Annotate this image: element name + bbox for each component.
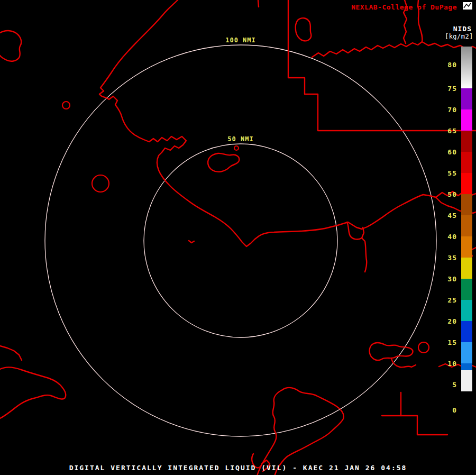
colorbar-value-label: 0: [452, 406, 457, 414]
range-ring-label: 100 NMI: [223, 36, 258, 44]
colorbar-value-label: 65: [447, 127, 457, 135]
map-boundary-outline: [0, 346, 22, 360]
colorbar-value-label: 5: [452, 381, 457, 389]
map-boundary-outline: [0, 367, 66, 418]
brand-title: NEXLAB-College of DuPage: [351, 3, 457, 11]
map-boundary-outline: [99, 0, 436, 246]
colorbar-value-label: 35: [447, 254, 457, 262]
colorbar-value-label: 75: [447, 85, 457, 93]
colorbar-value-label: 10: [447, 360, 457, 368]
cod-logo-icon: [462, 2, 473, 10]
map-boundary-circle: [418, 342, 429, 353]
colorbar-value-label: 30: [447, 275, 457, 283]
colorbar-segment: [461, 173, 472, 194]
colorbar-value-label: 25: [447, 296, 457, 304]
scale-units: [kg/m2]: [445, 33, 473, 40]
colorbar-segment: [461, 279, 472, 300]
map-boundary-outline: [312, 42, 422, 57]
colorbar-segment: [461, 88, 472, 109]
colorbar-value-label: 55: [447, 169, 457, 177]
colorbar-segment: [461, 370, 472, 391]
map-boundary-outline: [0, 31, 21, 61]
colorbar-segment: [461, 109, 472, 131]
colorbar-segment: [461, 47, 472, 88]
colorbar-segment: [461, 258, 472, 279]
colorbar-segment: [461, 342, 472, 363]
map-boundary-outline: [391, 359, 416, 367]
colorbar-segment: [461, 363, 472, 370]
radar-viewer: 100 NMI50 NMI 80757065605550454035302520…: [0, 0, 476, 476]
colorbar-value-label: 70: [447, 106, 457, 114]
map-boundary-outline: [189, 241, 194, 243]
colorbar-segment: [461, 391, 472, 418]
colorbar-segment: [461, 300, 472, 321]
colorbar-segment: [461, 152, 472, 173]
map-boundary-circle: [62, 102, 70, 109]
colorbar-segment: [461, 194, 472, 215]
scale-title: NIDS: [453, 25, 472, 33]
colorbar-value-label: 45: [447, 212, 457, 219]
product-caption: DIGITAL VERTICALLY INTEGRATED LIQUID (VI…: [0, 464, 476, 472]
colorbar-segment: [461, 215, 472, 236]
map-boundary-circle: [92, 175, 109, 192]
map-boundary-circle: [234, 146, 239, 150]
map-svg: [0, 0, 476, 476]
colorbar-value-label: 20: [447, 317, 457, 325]
colorbar-segment: [461, 236, 472, 258]
colorbar-value-label: 15: [447, 338, 457, 346]
map-boundary-outline: [274, 388, 344, 476]
colorbar-value-label: 50: [447, 190, 457, 198]
colorbar-value-label: 40: [447, 233, 457, 241]
colorbar-value-label: 60: [447, 148, 457, 156]
map-boundary-outline: [296, 18, 312, 41]
map-boundary-outline: [258, 1, 259, 7]
colorbar-labels: 80757065605550454035302520151050: [434, 0, 459, 476]
colorbar-segment: [461, 131, 472, 152]
colorbar-value-label: 80: [447, 61, 457, 69]
map-boundary-outline: [208, 153, 239, 172]
colorbar-segment: [461, 321, 472, 342]
colorbar: [461, 0, 472, 476]
range-ring-label: 50 NMI: [225, 135, 255, 143]
